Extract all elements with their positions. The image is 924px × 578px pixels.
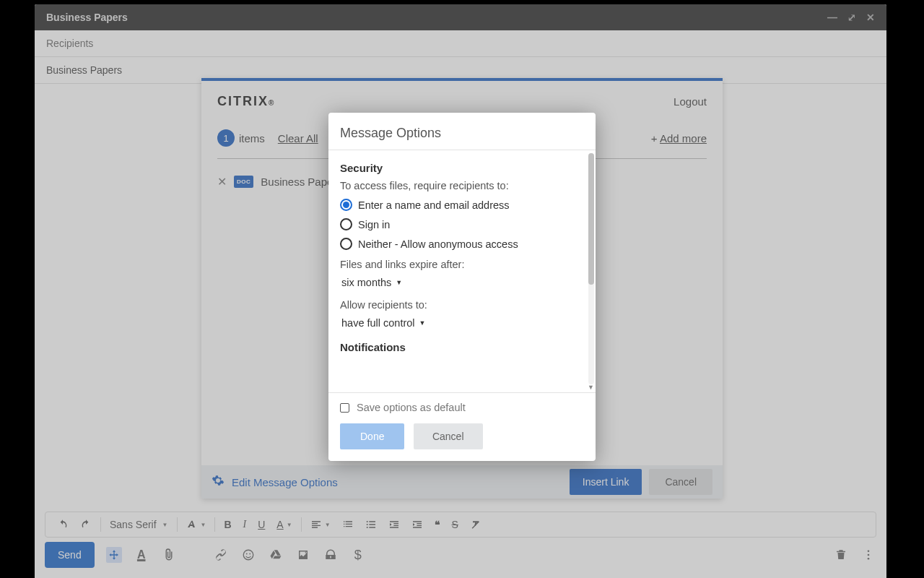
items-count-badge: 1 (217, 129, 235, 147)
chevron-down-icon: ▼ (396, 279, 402, 286)
expire-label: Files and links expire after: (340, 259, 584, 270)
drive-icon[interactable] (268, 547, 284, 563)
expand-icon[interactable]: ⤢ (847, 12, 856, 23)
radio-icon (340, 238, 352, 250)
allow-value: have full control (341, 317, 415, 329)
citrix-logo: CITRIX® (217, 94, 275, 109)
emoji-icon[interactable] (240, 547, 256, 563)
svg-point-4 (246, 553, 248, 555)
expire-value: six months (341, 277, 391, 288)
logout-link[interactable]: Logout (674, 95, 707, 108)
font-family-select[interactable]: Sans Serif ▼ (104, 519, 174, 530)
bulleted-list-button[interactable] (359, 516, 383, 533)
subject-text: Business Papers (46, 64, 122, 76)
chevron-down-icon: ▼ (162, 522, 168, 528)
expire-select[interactable]: six months ▼ (340, 275, 404, 290)
dialog-scroll-area[interactable]: ▼ Security To access files, require reci… (328, 150, 596, 392)
cancel-button[interactable]: Cancel (414, 423, 483, 449)
chevron-down-icon: ▼ (325, 522, 331, 528)
sharefile-icon[interactable] (106, 547, 122, 563)
dollar-icon[interactable]: $ (350, 547, 366, 563)
message-options-dialog: Message Options ▼ Security To access fil… (328, 113, 596, 461)
text-color-button[interactable]: A ▼ (271, 516, 297, 533)
align-button[interactable]: ▼ (305, 516, 336, 533)
allow-label: Allow recipients to: (340, 299, 584, 311)
svg-point-3 (243, 550, 253, 560)
edit-message-options-link[interactable]: Edit Message Options (232, 476, 338, 488)
dialog-footer: Save options as default Done Cancel (328, 393, 596, 461)
notifications-header: Notifications (340, 341, 584, 353)
window-controls: — ⤢ ✕ (827, 12, 875, 23)
citrix-footer: Edit Message Options Insert Link Cancel (201, 465, 723, 499)
strikethrough-button[interactable]: S (446, 516, 464, 533)
remove-format-button[interactable] (464, 516, 487, 533)
add-more-link[interactable]: + Add more (651, 132, 707, 144)
radio-label: Enter a name and email address (358, 199, 510, 211)
svg-point-2 (366, 527, 367, 528)
link-icon[interactable] (213, 547, 229, 563)
done-button[interactable]: Done (340, 423, 404, 449)
recipients-field[interactable]: Recipients (35, 30, 886, 57)
bold-button[interactable]: B (218, 516, 237, 533)
redo-button[interactable] (74, 516, 97, 533)
chevron-down-icon: ▼ (419, 319, 426, 327)
security-header: Security (340, 162, 584, 174)
svg-point-7 (868, 554, 870, 556)
svg-point-6 (868, 550, 870, 552)
gear-icon (212, 474, 225, 490)
security-help: To access files, require recipients to: (340, 180, 584, 191)
italic-button[interactable]: I (237, 516, 253, 533)
doc-icon: DOC (234, 176, 253, 188)
clear-all-link[interactable]: Clear All (278, 132, 318, 144)
confidential-icon[interactable] (323, 547, 339, 563)
chevron-down-icon: ▼ (201, 522, 206, 528)
radio-icon (340, 218, 352, 230)
radio-anonymous[interactable]: Neither - Allow anonymous access (340, 238, 584, 250)
save-default-label: Save options as default (357, 402, 466, 413)
recipients-label: Recipients (46, 38, 93, 49)
svg-point-1 (366, 524, 367, 525)
scroll-down-icon[interactable]: ▼ (588, 384, 594, 391)
save-default-row[interactable]: Save options as default (340, 402, 584, 413)
radio-label: Sign in (358, 219, 390, 230)
compose-bottom-bar: Send A $ (45, 540, 876, 569)
radio-sign-in[interactable]: Sign in (340, 218, 584, 230)
trash-icon[interactable] (833, 547, 849, 563)
svg-point-8 (868, 558, 870, 560)
cancel-button[interactable]: Cancel (649, 469, 712, 495)
minimize-icon[interactable]: — (827, 12, 837, 23)
font-size-select[interactable]: ▼ (180, 516, 212, 533)
radio-label: Neither - Allow anonymous access (358, 238, 518, 250)
window-titlebar: Business Papers — ⤢ ✕ (35, 4, 886, 30)
indent-more-button[interactable] (406, 516, 429, 533)
undo-button[interactable] (51, 516, 74, 533)
chevron-down-icon: ▼ (287, 522, 292, 528)
items-label: items (239, 132, 265, 144)
format-toolbar: Sans Serif ▼ ▼ B I U A ▼ ▼ (45, 512, 876, 538)
window-title: Business Papers (46, 12, 128, 23)
svg-point-0 (366, 521, 367, 522)
allow-select[interactable]: have full control ▼ (340, 315, 427, 331)
scrollbar-thumb[interactable] (588, 153, 594, 285)
close-icon[interactable]: ✕ (866, 12, 875, 23)
underline-button[interactable]: U (252, 516, 271, 533)
svg-point-5 (249, 553, 250, 555)
more-icon[interactable] (860, 547, 876, 563)
radio-name-email[interactable]: Enter a name and email address (340, 199, 584, 211)
send-button[interactable]: Send (45, 542, 95, 568)
quote-button[interactable]: ❝ (429, 516, 446, 533)
image-icon[interactable] (295, 547, 311, 563)
checkbox-icon[interactable] (340, 403, 349, 413)
remove-file-icon[interactable]: ✕ (217, 175, 227, 189)
insert-link-button[interactable]: Insert Link (570, 469, 642, 495)
attach-icon[interactable] (161, 547, 177, 563)
indent-less-button[interactable] (383, 516, 406, 533)
format-text-icon[interactable]: A (134, 547, 149, 563)
dialog-title: Message Options (328, 113, 596, 150)
numbered-list-button[interactable] (336, 516, 359, 533)
radio-icon (340, 199, 352, 211)
font-family-label: Sans Serif (110, 519, 157, 530)
